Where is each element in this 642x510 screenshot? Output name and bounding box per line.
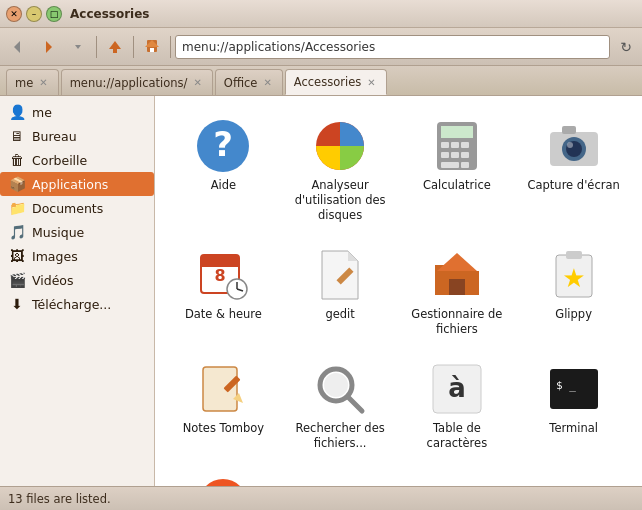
sidebar-item-corbeille[interactable]: 🗑Corbeille [0, 148, 154, 172]
sidebar-icon: 🖥 [8, 127, 26, 145]
svg-rect-17 [451, 152, 459, 158]
sidebar-item-images[interactable]: 🖼Images [0, 244, 154, 268]
svg-rect-18 [461, 152, 469, 158]
sidebar-icon: 🎵 [8, 223, 26, 241]
toolbar: menu://applications/Accessories ↻ [0, 28, 642, 66]
sidebar-label: Corbeille [32, 153, 87, 168]
back-button[interactable] [4, 33, 32, 61]
svg-point-25 [567, 142, 573, 148]
rechercher-icon [312, 361, 368, 417]
aide-label: Aide [211, 178, 236, 193]
gedit-label: gedit [325, 307, 354, 322]
sidebar-item-me[interactable]: 👤me [0, 100, 154, 124]
close-button[interactable]: ✕ [6, 6, 22, 22]
svg-text:★: ★ [562, 263, 585, 293]
tabbar: me✕menu://applications/✕Office✕Accessori… [0, 66, 642, 96]
sidebar-item-vid-os[interactable]: 🎬Vidéos [0, 268, 154, 292]
app-glippy[interactable]: ★Glippy [519, 239, 628, 345]
app-aide[interactable]: ?Aide [169, 110, 278, 231]
datetime-label: Date & heure [185, 307, 262, 322]
svg-rect-15 [461, 142, 469, 148]
sidebar-icon: 🖼 [8, 247, 26, 265]
table-label: Table de caractères [407, 421, 508, 451]
sidebar-item-musique[interactable]: 🎵Musique [0, 220, 154, 244]
svg-rect-20 [461, 162, 469, 168]
table-icon: à [429, 361, 485, 417]
forward-button[interactable] [34, 33, 62, 61]
app-terminal[interactable]: $ _Terminal [519, 353, 628, 459]
minimize-button[interactable]: – [26, 6, 42, 22]
svg-rect-22 [562, 126, 576, 134]
gedit-icon [312, 247, 368, 303]
tab-me[interactable]: me✕ [6, 69, 59, 95]
reload-button[interactable]: ↻ [614, 35, 638, 59]
separator-1 [96, 36, 97, 58]
sidebar-label: Télécharge... [32, 297, 111, 312]
tab-office[interactable]: Office✕ [215, 69, 283, 95]
svg-rect-4 [113, 49, 117, 53]
svg-text:$ _: $ _ [556, 379, 576, 392]
sidebar-item-t-l-charge---[interactable]: ⬇Télécharge... [0, 292, 154, 316]
svg-rect-14 [451, 142, 459, 148]
separator-3 [170, 36, 171, 58]
terminal-icon: $ _ [546, 361, 602, 417]
tab-close-icon[interactable]: ✕ [37, 76, 49, 89]
svg-marker-1 [46, 41, 52, 53]
tab-accessories[interactable]: Accessories✕ [285, 69, 387, 95]
sidebar-icon: 📦 [8, 175, 26, 193]
svg-rect-13 [441, 142, 449, 148]
tab-label: me [15, 76, 33, 90]
svg-text:à: à [448, 373, 466, 403]
fichiers-label: Gestionnaire de fichiers [407, 307, 508, 337]
sidebar-label: Documents [32, 201, 103, 216]
svg-marker-2 [75, 45, 81, 49]
svg-rect-12 [441, 126, 473, 138]
rechercher-label: Rechercher des fichiers... [290, 421, 391, 451]
content-area: ?AideAnalyseur d'utilisation des disques… [155, 96, 642, 486]
app-rechercher[interactable]: Rechercher des fichiers... [286, 353, 395, 459]
up-button[interactable] [101, 33, 129, 61]
terminal-label: Terminal [549, 421, 598, 436]
svg-marker-0 [14, 41, 20, 53]
main-layout: 👤me🖥Bureau🗑Corbeille📦Applications📁Docume… [0, 96, 642, 486]
svg-rect-36 [566, 251, 582, 259]
sidebar-item-bureau[interactable]: 🖥Bureau [0, 124, 154, 148]
sidebar-icon: 🎬 [8, 271, 26, 289]
sidebar-item-documents[interactable]: 📁Documents [0, 196, 154, 220]
glippy-label: Glippy [555, 307, 592, 322]
app-calculatrice[interactable]: Calculatrice [403, 110, 512, 231]
svg-rect-38 [203, 367, 237, 411]
tab-label: menu://applications/ [70, 76, 188, 90]
app-fichiers[interactable]: Gestionnaire de fichiers [403, 239, 512, 345]
app-datetime[interactable]: 8Date & heure [169, 239, 278, 345]
fichiers-icon [429, 247, 485, 303]
notes-label: Notes Tomboy [183, 421, 264, 436]
status-text: 13 files are listed. [8, 492, 111, 506]
sidebar-label: Musique [32, 225, 84, 240]
tab-close-icon[interactable]: ✕ [261, 76, 273, 89]
svg-marker-33 [437, 253, 477, 271]
app-table[interactable]: àTable de caractères [403, 353, 512, 459]
app-weather[interactable]: Weather Indicator [169, 467, 278, 486]
app-capture[interactable]: Capture d'écran [519, 110, 628, 231]
titlebar: ✕ – □ Accessories [0, 0, 642, 28]
tab-menu---applications-[interactable]: menu://applications/✕ [61, 69, 213, 95]
app-gedit[interactable]: gedit [286, 239, 395, 345]
svg-point-48 [199, 479, 247, 486]
svg-line-43 [348, 397, 362, 411]
calculatrice-label: Calculatrice [423, 178, 491, 193]
tab-close-icon[interactable]: ✕ [365, 76, 377, 89]
app-analyseur[interactable]: Analyseur d'utilisation des disques [286, 110, 395, 231]
app-notes[interactable]: Notes Tomboy [169, 353, 278, 459]
svg-point-42 [324, 373, 348, 397]
maximize-button[interactable]: □ [46, 6, 62, 22]
address-bar[interactable]: menu://applications/Accessories [175, 35, 610, 59]
weather-icon [195, 475, 251, 486]
sidebar-label: Bureau [32, 129, 77, 144]
tab-close-icon[interactable]: ✕ [191, 76, 203, 89]
home-button[interactable] [138, 33, 166, 61]
sidebar-item-applications[interactable]: 📦Applications [0, 172, 154, 196]
svg-rect-16 [441, 152, 449, 158]
analyseur-label: Analyseur d'utilisation des disques [290, 178, 391, 223]
history-dropdown-button[interactable] [64, 33, 92, 61]
